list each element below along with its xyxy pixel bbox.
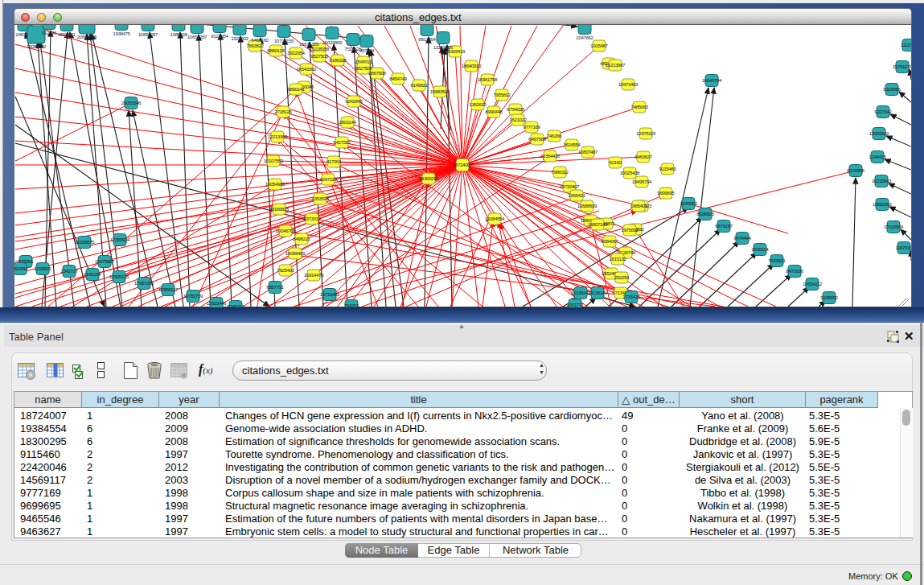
- svg-text:1362615: 1362615: [469, 101, 487, 107]
- svg-text:3624554: 3624554: [563, 142, 581, 147]
- svg-text:857224: 857224: [359, 47, 375, 53]
- svg-text:10853287: 10853287: [138, 31, 158, 37]
- svg-text:9857791: 9857791: [266, 284, 284, 290]
- svg-text:8471636: 8471636: [786, 268, 803, 274]
- svg-text:9115460: 9115460: [659, 166, 677, 171]
- svg-text:13716485: 13716485: [320, 291, 340, 297]
- svg-text:12213967: 12213967: [606, 62, 626, 68]
- svg-text:13218506: 13218506: [433, 44, 454, 50]
- svg-text:1156829: 1156829: [35, 266, 52, 271]
- svg-text:9227342: 9227342: [874, 109, 892, 114]
- svg-text:1353594: 1353594: [311, 196, 329, 201]
- svg-text:1145194: 1145194: [84, 271, 102, 277]
- svg-text:9248302: 9248302: [227, 303, 244, 307]
- svg-text:9427552: 9427552: [333, 139, 351, 145]
- svg-text:7955812: 7955812: [493, 92, 511, 97]
- svg-text:17359924: 17359924: [110, 237, 130, 242]
- svg-text:2342737: 2342737: [60, 268, 78, 274]
- svg-text:1615132: 1615132: [609, 256, 626, 262]
- svg-text:8813054: 8813054: [418, 36, 436, 42]
- svg-text:26053346: 26053346: [121, 100, 142, 105]
- svg-text:6879197: 6879197: [715, 223, 733, 229]
- svg-text:9527503: 9527503: [310, 53, 328, 59]
- svg-text:19054985: 19054985: [265, 181, 285, 187]
- svg-text:1527602: 1527602: [231, 35, 248, 41]
- svg-text:9463627: 9463627: [634, 154, 652, 159]
- svg-text:5373312: 5373312: [303, 216, 321, 221]
- svg-text:15883520: 15883520: [430, 89, 450, 94]
- svg-text:9084067: 9084067: [601, 238, 618, 244]
- svg-text:9245652: 9245652: [820, 295, 838, 300]
- svg-text:17016504: 17016504: [884, 224, 904, 229]
- svg-text:12505135: 12505135: [109, 274, 129, 279]
- svg-text:391594: 391594: [14, 266, 28, 271]
- svg-text:8498222: 8498222: [293, 236, 310, 241]
- svg-text:2867608: 2867608: [368, 70, 386, 76]
- svg-text:1167533: 1167533: [896, 245, 911, 250]
- svg-text:16671355: 16671355: [299, 41, 319, 47]
- svg-text:19384554: 19384554: [485, 216, 505, 221]
- svg-text:9242848: 9242848: [345, 98, 363, 104]
- svg-text:2718126: 2718126: [274, 109, 292, 114]
- svg-text:15692991: 15692991: [873, 201, 893, 207]
- svg-text:1244415: 1244415: [869, 154, 886, 159]
- svg-text:764201: 764201: [344, 303, 359, 307]
- svg-text:16782759: 16782759: [183, 293, 203, 299]
- svg-text:7625402: 7625402: [277, 267, 294, 273]
- svg-text:10958117: 10958117: [158, 286, 179, 292]
- svg-text:1112739: 1112739: [901, 42, 911, 47]
- svg-text:19975867: 19975867: [95, 258, 115, 264]
- svg-text:9699695: 9699695: [657, 190, 675, 196]
- svg-text:7485063: 7485063: [630, 104, 648, 109]
- svg-text:19166825: 19166825: [269, 206, 290, 212]
- svg-text:16961758: 16961758: [478, 76, 498, 82]
- svg-text:18300295: 18300295: [419, 175, 439, 181]
- svg-text:12975115: 12975115: [636, 130, 656, 136]
- svg-text:10046708: 10046708: [276, 228, 296, 233]
- svg-text:1733426: 1733426: [622, 294, 640, 299]
- svg-text:18640910: 18640910: [462, 63, 482, 68]
- svg-text:417004: 417004: [326, 159, 342, 164]
- svg-text:8186328: 8186328: [329, 57, 347, 63]
- svg-text:14055712: 14055712: [27, 43, 47, 49]
- svg-text:2047662: 2047662: [576, 35, 593, 40]
- svg-text:10654112: 10654112: [803, 281, 823, 286]
- svg-text:16543362: 16543362: [297, 66, 317, 72]
- svg-text:9777169: 9777169: [523, 124, 540, 130]
- svg-text:1621022: 1621022: [509, 117, 527, 122]
- svg-text:8990448: 8990448: [485, 109, 503, 114]
- svg-text:20364436: 20364436: [540, 153, 561, 159]
- svg-text:9146821: 9146821: [410, 82, 428, 88]
- svg-text:16914479: 16914479: [304, 272, 324, 278]
- svg-text:10653287: 10653287: [187, 34, 207, 39]
- svg-text:10973493: 10973493: [618, 81, 639, 87]
- svg-text:1975692: 1975692: [621, 227, 639, 233]
- svg-text:2803144: 2803144: [339, 119, 356, 125]
- svg-text:14136141: 14136141: [588, 290, 608, 295]
- svg-text:12093832: 12093832: [869, 130, 889, 136]
- svg-text:1640953: 1640953: [680, 200, 697, 206]
- svg-text:6497568: 6497568: [528, 136, 546, 142]
- svg-text:1965401: 1965401: [630, 203, 647, 208]
- svg-text:3912954: 3912954: [287, 50, 305, 56]
- svg-text:18724007: 18724007: [453, 162, 473, 167]
- svg-text:15751074: 15751074: [893, 64, 911, 69]
- svg-text:16648784: 16648784: [702, 77, 722, 83]
- svg-text:9121954: 9121954: [211, 33, 228, 39]
- svg-text:19495794: 19495794: [632, 179, 652, 184]
- svg-text:20691406: 20691406: [77, 34, 97, 39]
- svg-text:8454749: 8454749: [389, 76, 407, 81]
- svg-text:3267110: 3267110: [320, 176, 338, 182]
- svg-text:1015487: 1015487: [590, 43, 608, 48]
- svg-text:912146: 912146: [42, 30, 57, 35]
- svg-text:9329966: 9329966: [883, 86, 901, 92]
- svg-text:62160: 62160: [609, 159, 622, 165]
- svg-text:1085328: 1085328: [170, 31, 187, 37]
- svg-text:20206575: 20206575: [75, 239, 95, 245]
- svg-text:1938475: 1938475: [113, 31, 130, 36]
- svg-text:1965421: 1965421: [568, 192, 585, 198]
- svg-text:17957255: 17957255: [134, 280, 154, 286]
- svg-text:2935114: 2935114: [752, 246, 770, 252]
- svg-text:252254: 252254: [614, 274, 630, 280]
- svg-text:16210643: 16210643: [872, 178, 892, 183]
